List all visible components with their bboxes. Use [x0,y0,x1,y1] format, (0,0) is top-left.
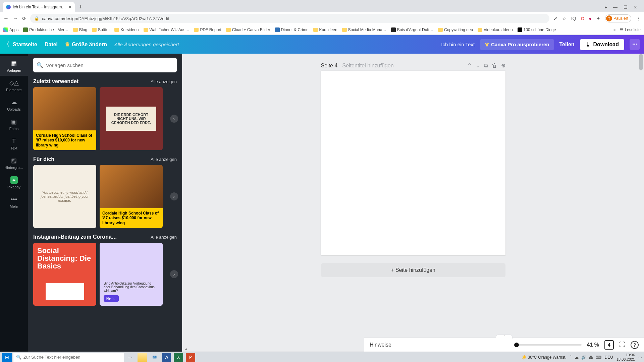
notes-button[interactable]: Hinweise [370,342,391,348]
bookmark-item[interactable]: Produktsuche - Mer… [23,27,68,32]
profile-paused-badge[interactable]: T Pausiert [605,14,631,22]
address-bar[interactable]: 🔒 canva.com/design/DAEhbzjcggM/KIh15LaV3… [30,14,549,23]
download-button[interactable]: ⭳ Download [580,39,624,50]
close-tab-icon[interactable]: × [69,4,71,10]
move-up-icon[interactable]: ⌃ [467,62,472,69]
template-thumb[interactable]: Cordale High School Class of '87 raises … [100,165,163,228]
add-page-icon[interactable]: ⊕ [501,62,505,69]
file-menu[interactable]: Datei [45,42,58,48]
extensions-puzzle-icon[interactable]: ✦ [596,16,600,21]
notifications-icon[interactable]: ▭ [638,355,642,360]
maximize-icon[interactable]: ☐ [624,5,628,10]
chrome-icon[interactable] [222,353,231,362]
bookmark-item[interactable]: Kursideen [313,27,337,32]
rail-elements[interactable]: ◇△Elemente [0,76,28,95]
fullscreen-icon[interactable]: ⛶ [619,341,625,348]
weather-widget[interactable]: ☀️ 30°C Orange Warnst. [522,355,567,360]
apps-button[interactable]: Apps [3,27,18,32]
more-menu-button[interactable]: ··· [630,39,640,50]
bookmark-item[interactable]: Social Media Mana… [342,27,386,32]
bookmark-item[interactable]: Später [92,27,110,32]
bookmark-item[interactable]: Copywriting neu [438,27,473,32]
reading-list-button[interactable]: ☰Leseliste [620,27,641,32]
delete-page-icon[interactable]: 🗑 [492,63,497,69]
rail-templates[interactable]: ▦Vorlagen [0,56,28,76]
add-page-button[interactable]: + Seite hinzufügen [321,263,505,277]
chevron-right-icon[interactable]: › [170,115,178,123]
see-all-link[interactable]: Alle anzeigen [151,79,177,84]
minimize-icon[interactable]: — [613,5,618,10]
rail-more[interactable]: •••Mehr [0,192,28,212]
bookmark-overflow-icon[interactable]: » [613,27,616,32]
kebab-menu-icon[interactable]: ⋮ [636,16,641,21]
bookmark-item[interactable]: Wahlfächer WU Aus… [144,27,190,32]
reload-icon[interactable]: ⟳ [22,16,26,21]
volume-icon[interactable]: 🔊 [581,355,586,360]
profile-dot-icon[interactable]: ● [604,5,607,10]
bookmark-item[interactable]: Bois d'Argent Duft… [391,27,433,32]
page-label[interactable]: Seite 4 - Seitentitel hinzufügen [321,63,394,69]
page-count-button[interactable]: 4 [604,340,614,350]
home-button[interactable]: 〈 Startseite [4,41,37,48]
share-button[interactable]: Teilen [559,42,575,48]
bookmark-star-icon[interactable]: ☆ [562,16,567,21]
chevron-right-icon[interactable]: › [170,270,178,278]
slider-knob[interactable] [514,343,519,347]
task-view-icon[interactable]: ▭ [125,353,135,362]
template-thumb[interactable]: Cordale High School Class of '87 raises … [33,87,96,150]
bookmark-item[interactable]: 100 schöne Dinge [518,27,556,32]
move-down-icon[interactable]: ⌄ [476,62,480,69]
excel-icon[interactable]: X [174,353,183,362]
zoom-percent[interactable]: 41 % [587,342,599,348]
tray-chevron-icon[interactable]: ˄ [570,355,572,360]
obs-icon[interactable] [210,353,219,362]
try-pro-button[interactable]: ♛ Canva Pro ausprobieren [480,39,554,50]
network-icon[interactable]: 🖧 [589,355,593,360]
help-icon[interactable]: ? [631,341,639,349]
search-input[interactable] [46,62,168,68]
bookmark-item[interactable]: Dinner & Crime [275,27,309,32]
extension-dot-icon[interactable]: ● [589,16,592,21]
keyboard-icon[interactable]: ⌨ [596,355,601,360]
resize-button[interactable]: ♛ Größe ändern [65,41,107,48]
see-all-link[interactable]: Alle anzeigen [151,157,177,162]
vertical-scrollbar[interactable] [639,54,643,346]
close-window-icon[interactable]: ✕ [634,5,637,10]
mail-icon[interactable]: ✉ [150,353,159,362]
word-icon[interactable]: W [162,353,171,362]
rail-pixabay[interactable]: ⛰Pixabay [0,173,28,192]
powerpoint-icon[interactable]: P [186,353,195,362]
document-title[interactable]: Ich bin ein Text [441,42,475,47]
bookmark-item[interactable]: Videokurs Ideen [478,27,513,32]
rail-background[interactable]: ▨Hintergru… [0,154,28,173]
bookmark-item[interactable]: PDF Report [194,27,221,32]
canvas-area[interactable]: Seite 4 - Seitentitel hinzufügen ⌃ ⌄ ⧉ 🗑… [182,54,644,352]
app-icon[interactable] [246,353,256,362]
abp-icon[interactable]: ⬡ [581,16,584,21]
app-icon[interactable] [258,353,268,362]
chevron-right-icon[interactable]: › [170,192,178,200]
zoom-icon[interactable]: ⤢ [553,16,557,21]
rail-uploads[interactable]: ☁Uploads [0,95,28,115]
filter-icon[interactable]: ≡ [170,62,173,68]
template-thumb[interactable]: Social Distancing: Die Basics [33,243,96,306]
expand-notes-icon[interactable]: ⌃ [496,335,513,339]
browser-tab[interactable]: Ich bin ein Text – Instagram-Beit… × [3,2,75,12]
iq-icon[interactable]: IQ [571,16,576,21]
rail-text[interactable]: TText [0,134,28,154]
bookmark-item[interactable]: Cload + Canva Bilder [226,27,270,32]
app-icon[interactable] [198,353,207,362]
rail-photos[interactable]: ▣Fotos [0,115,28,134]
duplicate-page-icon[interactable]: ⧉ [484,63,488,69]
bookmark-item[interactable]: Kursideen [114,27,139,32]
forward-icon[interactable]: → [13,15,18,21]
bookmark-item[interactable]: Blog [73,27,87,32]
template-search[interactable]: 🔍 ≡ [33,58,177,72]
template-thumb[interactable]: You become my world and I just settled f… [33,165,96,228]
new-tab-button[interactable]: + [76,4,85,11]
spotify-icon[interactable] [270,353,280,362]
page-canvas[interactable] [321,71,505,255]
see-all-link[interactable]: Alle anzeigen [151,235,177,240]
onedrive-icon[interactable]: ☁ [575,355,579,360]
start-button[interactable]: ⊞ [2,353,12,362]
